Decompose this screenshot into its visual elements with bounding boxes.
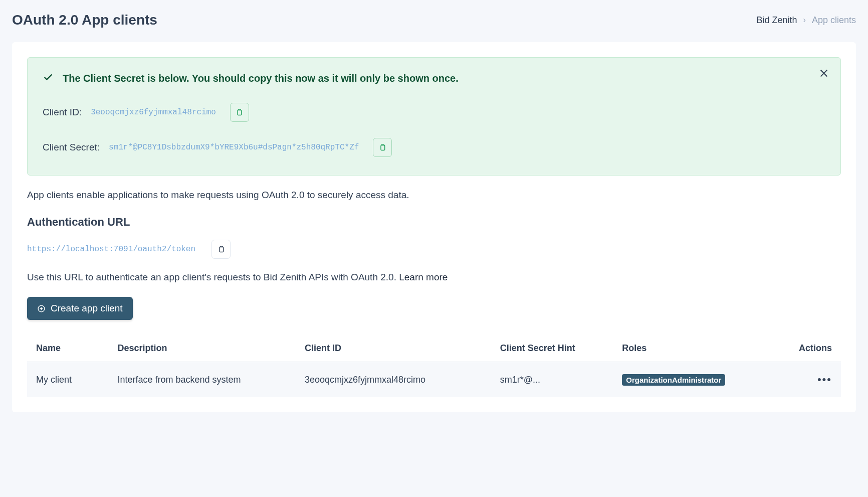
cell-secret-hint: sm1r*@...	[491, 362, 613, 398]
table-row: My client Interface from backend system …	[27, 362, 841, 398]
cell-description: Interface from backend system	[108, 362, 296, 398]
svg-rect-0	[238, 110, 242, 115]
client-id-value: 3eooqcmjxz6fyjmmxal48rcimo	[91, 108, 216, 117]
copy-auth-url-button[interactable]	[211, 240, 231, 259]
col-roles: Roles	[613, 335, 759, 362]
col-client-id: Client ID	[296, 335, 491, 362]
chevron-right-icon: ›	[803, 16, 806, 25]
plus-circle-icon	[37, 304, 46, 313]
client-secret-label: Client Secret:	[43, 142, 100, 153]
create-app-client-button[interactable]: Create app client	[27, 297, 133, 320]
svg-rect-1	[381, 145, 385, 150]
auth-url-title: Authentication URL	[27, 216, 841, 229]
auth-help-text: Use this URL to authenticate an app clie…	[27, 272, 841, 283]
learn-more-link[interactable]: Learn more	[399, 272, 448, 282]
svg-rect-2	[220, 247, 224, 252]
cell-name: My client	[27, 362, 108, 398]
breadcrumb-parent[interactable]: Bid Zenith	[757, 15, 797, 26]
breadcrumb-current: App clients	[812, 15, 856, 26]
create-button-label: Create app client	[51, 303, 123, 314]
more-icon: •••	[817, 373, 832, 386]
col-secret-hint: Client Secret Hint	[491, 335, 613, 362]
main-card: The Client Secret is below. You should c…	[12, 42, 856, 412]
copy-client-id-button[interactable]	[230, 103, 249, 122]
breadcrumb: Bid Zenith › App clients	[757, 15, 856, 26]
col-description: Description	[108, 335, 296, 362]
alert-title: The Client Secret is below. You should c…	[63, 73, 459, 84]
page-title: OAuth 2.0 App clients	[12, 12, 157, 28]
auth-url-value: https://localhost:7091/oauth2/token	[27, 245, 195, 254]
auth-help-text-body: Use this URL to authenticate an app clie…	[27, 272, 399, 282]
col-actions: Actions	[760, 335, 841, 362]
app-clients-table: Name Description Client ID Client Secret…	[27, 335, 841, 397]
check-icon	[43, 72, 54, 85]
cell-roles: OrganizationAdministrator	[613, 362, 759, 398]
role-badge: OrganizationAdministrator	[622, 374, 725, 386]
close-icon[interactable]	[818, 68, 829, 81]
row-actions-menu[interactable]: •••	[817, 373, 832, 386]
cell-client-id: 3eooqcmjxz6fyjmmxal48rcimo	[296, 362, 491, 398]
client-secret-value: sm1r*@PC8Y1DsbbzdumX9*bYRE9Xb6u#dsPagn*z…	[109, 143, 359, 152]
copy-client-secret-button[interactable]	[373, 138, 392, 157]
col-name: Name	[27, 335, 108, 362]
client-secret-alert: The Client Secret is below. You should c…	[27, 57, 841, 176]
description-text: App clients enable applications to make …	[27, 190, 841, 201]
client-id-label: Client ID:	[43, 107, 82, 118]
